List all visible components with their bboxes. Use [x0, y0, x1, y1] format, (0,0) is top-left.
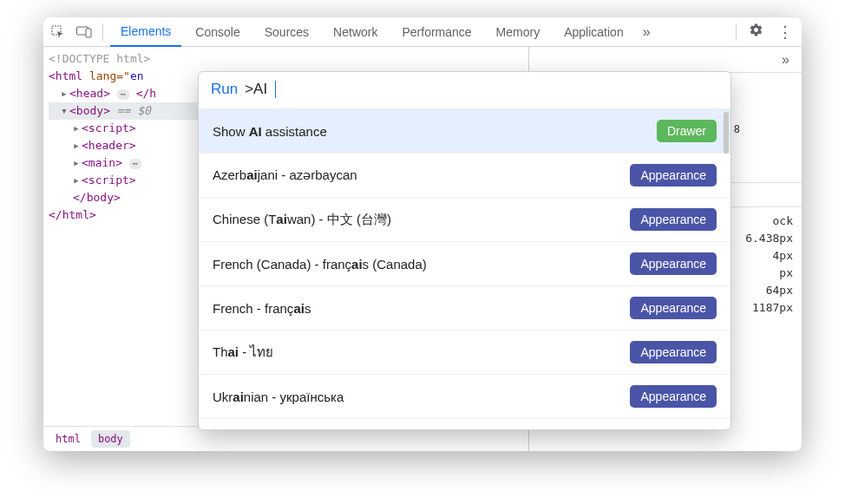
text-cursor	[275, 81, 276, 98]
tab-application[interactable]: Application	[554, 17, 634, 46]
command-item-label: Chinese (Taiwan) - 中文 (台灣)	[213, 212, 391, 228]
command-prompt-label: Run	[211, 81, 238, 98]
command-item-label: Thai - ไทย	[213, 342, 273, 363]
command-item[interactable]: Show ApplicationPanel	[199, 418, 730, 429]
command-item-label: Show AI assistance	[213, 124, 327, 139]
command-item-badge: Appearance	[630, 341, 717, 363]
command-input-row[interactable]: Run >AI	[199, 72, 730, 108]
more-menu-icon[interactable]: ⋮	[772, 23, 798, 42]
command-item-badge: Appearance	[630, 252, 717, 275]
crumb-body[interactable]: body	[91, 430, 130, 448]
command-item[interactable]: Thai - ไทยAppearance	[199, 330, 730, 374]
tab-sources[interactable]: Sources	[254, 17, 319, 46]
right-panel-tabs: »	[529, 47, 802, 73]
command-item[interactable]: Chinese (Taiwan) - 中文 (台灣)Appearance	[199, 197, 730, 241]
command-item[interactable]: French (Canada) - français (Canada)Appea…	[199, 241, 730, 285]
command-item-label: Ukrainian - українська	[213, 389, 344, 404]
divider	[102, 23, 103, 41]
tab-performance[interactable]: Performance	[391, 17, 481, 46]
command-item-badge: Appearance	[630, 297, 717, 319]
command-item-label: French (Canada) - français (Canada)	[213, 257, 427, 272]
scrollbar[interactable]	[724, 112, 729, 154]
devtools-window: Elements Console Sources Network Perform…	[43, 17, 802, 451]
device-toolbar-icon[interactable]	[73, 21, 95, 43]
tab-console[interactable]: Console	[185, 17, 250, 46]
command-item[interactable]: Show AI assistanceDrawer	[199, 108, 730, 153]
attr-value: en	[130, 69, 144, 82]
command-item-label: French - français	[213, 301, 311, 316]
command-item-badge: Appearance	[630, 385, 717, 408]
attr-name: lang	[89, 69, 116, 82]
command-item[interactable]: French - françaisAppearance	[199, 285, 730, 330]
svg-rect-2	[86, 29, 91, 37]
command-list: Show AI assistanceDrawerAzerbaijani - az…	[199, 108, 730, 429]
crumb-html[interactable]: html	[49, 430, 88, 448]
box-margin-right: 8	[734, 123, 740, 135]
command-item-label: Azerbaijani - azərbaycan	[213, 167, 357, 183]
tab-network[interactable]: Network	[323, 17, 388, 46]
settings-gear-icon[interactable]	[743, 23, 769, 41]
selected-marker: == $0	[110, 104, 151, 117]
command-item-badge: Appearance	[630, 208, 717, 231]
inspect-icon[interactable]	[47, 21, 69, 43]
doctype: <!DOCTYPE html>	[49, 52, 150, 65]
tab-bar: Elements Console Sources Network Perform…	[43, 17, 802, 47]
tabs-overflow-icon[interactable]: »	[638, 24, 656, 40]
divider	[736, 23, 737, 41]
html-tag: html	[56, 69, 82, 82]
tab-elements[interactable]: Elements	[110, 18, 181, 47]
command-item[interactable]: Azerbaijani - azərbaycanAppearance	[199, 153, 730, 197]
command-item-badge: Drawer	[657, 120, 717, 142]
command-item[interactable]: Ukrainian - українськаAppearance	[199, 374, 730, 418]
command-item-badge: Appearance	[630, 164, 717, 187]
tab-memory[interactable]: Memory	[486, 17, 551, 46]
command-menu: Run >AI Show AI assistanceDrawerAzerbaij…	[198, 71, 731, 430]
right-tabs-overflow-icon[interactable]: »	[776, 52, 795, 68]
command-query: >AI	[245, 81, 267, 98]
